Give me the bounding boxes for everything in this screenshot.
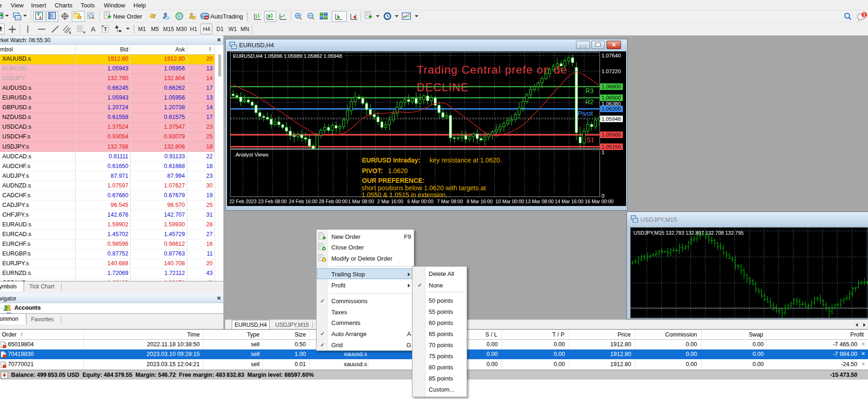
svg-text:24 Feb 16:00: 24 Feb 16:00: [289, 199, 317, 204]
svg-text:1.06200: 1.06200: [602, 106, 621, 112]
svg-text:S1: S1: [586, 136, 594, 143]
svg-text:16 Mar 00:00: 16 Mar 00:00: [585, 199, 614, 204]
svg-text:1.05150: 1.05150: [602, 144, 621, 150]
svg-text:1.0620: 1.0620: [388, 167, 408, 175]
svg-text:Pivot: Pivot: [577, 109, 593, 117]
svg-text:1.07640: 1.07640: [602, 53, 621, 58]
svg-text:7 Mar 08:00: 7 Mar 08:00: [437, 199, 463, 204]
svg-text:F: F: [83, 31, 86, 34]
svg-text:23 Feb 08:00: 23 Feb 08:00: [258, 199, 287, 204]
svg-text:0: 0: [602, 193, 604, 199]
svg-text:E: E: [69, 31, 71, 34]
svg-text:1.0550 & 1.0515 in extension.: 1.0550 & 1.0515 in extension.: [361, 191, 447, 199]
svg-text:T: T: [104, 26, 107, 32]
svg-text:8 Mar 16:00: 8 Mar 16:00: [467, 199, 493, 204]
svg-text:13 Mar 08:00: 13 Mar 08:00: [525, 199, 554, 204]
svg-text:1.06380: 1.06380: [602, 101, 621, 106]
svg-text:R2: R2: [585, 98, 594, 106]
svg-text:OUR PREFERENCE:: OUR PREFERENCE:: [362, 177, 424, 184]
svg-text:EUR/USD Intraday:: EUR/USD Intraday:: [362, 156, 420, 164]
svg-text:EURUSD,H4 1.05896 1.05989 1.05: EURUSD,H4 1.05896 1.05989 1.05862 1.0594…: [233, 53, 342, 59]
svg-text:10 Mar 00:00: 10 Mar 00:00: [495, 199, 524, 204]
svg-text:6 Mar 00:00: 6 Mar 00:00: [407, 199, 433, 204]
svg-text:USDJPY,M15 132.783 132.807 132: USDJPY,M15 132.783 132.807 132.708 132.7…: [634, 230, 744, 236]
svg-text:1.06800: 1.06800: [602, 84, 621, 89]
svg-text:1.05500: 1.05500: [602, 132, 621, 137]
svg-text:28 Feb 00:00: 28 Feb 00:00: [319, 199, 348, 204]
svg-text:PIVOT:: PIVOT:: [362, 167, 383, 175]
svg-text:.Analyst Views: .Analyst Views: [234, 152, 269, 157]
svg-text:14 Mar 16:00: 14 Mar 16:00: [555, 199, 583, 204]
svg-text:R3: R3: [585, 87, 594, 94]
svg-text:1.07220: 1.07220: [602, 69, 621, 74]
svg-text:1: 1: [863, 12, 866, 18]
svg-text:1: 1: [602, 150, 604, 155]
svg-text:short positions below 1.0620 w: short positions below 1.0620 with target…: [361, 184, 486, 192]
svg-text:1 Mar 08:00: 1 Mar 08:00: [348, 199, 374, 204]
svg-text:key resistance at 1.0620.: key resistance at 1.0620.: [430, 156, 502, 164]
svg-text:2 Mar 16:00: 2 Mar 16:00: [377, 199, 403, 204]
svg-text:DECLINE: DECLINE: [417, 81, 469, 94]
svg-text:22 Feb 2023: 22 Feb 2023: [229, 199, 257, 204]
svg-text:1.05948: 1.05948: [602, 116, 621, 122]
svg-text:1.06500: 1.06500: [602, 95, 621, 100]
